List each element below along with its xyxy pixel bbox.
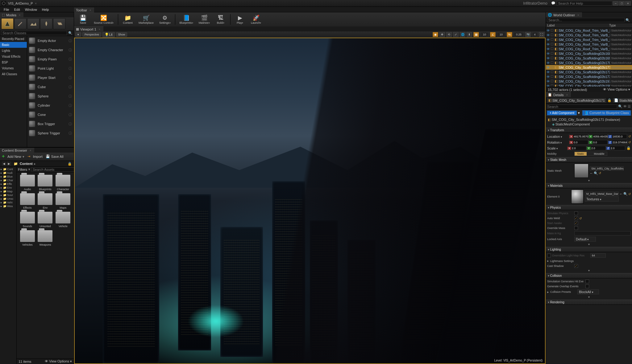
scale-mode-button[interactable]: ⤢ <box>453 32 459 37</box>
checkbox-icon[interactable]: ☐ <box>551 38 554 42</box>
tree-node[interactable]: ▸ 📁 Vehi <box>0 201 16 204</box>
outliner-row[interactable]: 👁☐◧SM_COG_City_Scaffolding02b168StaticMe… <box>546 51 632 56</box>
component-tree[interactable]: ◧ SM_COG_City_Scaffolding02b171 (Instanc… <box>546 117 632 128</box>
save-all-button[interactable]: 💾Save All <box>46 154 64 159</box>
asset-folder-vehicles[interactable]: Vehicles <box>19 230 36 246</box>
checkbox-icon[interactable]: ☐ <box>551 84 554 87</box>
reset-icon[interactable]: ↺ <box>628 141 631 144</box>
checkbox-icon[interactable]: ☐ <box>551 42 554 46</box>
class-search-input[interactable] <box>1 31 67 35</box>
outliner-col-type[interactable]: Type <box>609 24 631 27</box>
settings-button[interactable]: ⚙Settings▾ <box>157 14 173 25</box>
browse-icon[interactable]: ← <box>590 171 593 175</box>
tree-node[interactable]: ▸ 📁 Sour <box>0 193 16 197</box>
modes-tab[interactable]: ⬚Modes <box>0 12 23 17</box>
checkbox-icon[interactable]: ☐ <box>551 56 554 60</box>
nav-back-button[interactable]: ◄ <box>2 162 6 166</box>
toolbar-tab[interactable]: Toolbar <box>74 8 94 12</box>
grid-snap-button[interactable]: ▦ <box>473 32 479 37</box>
camera-speed-button[interactable]: 📷 <box>525 32 531 37</box>
tree-node[interactable]: ▸ 📁 Audi <box>0 171 16 175</box>
info-icon[interactable]: ⓘ <box>69 76 72 80</box>
source-tree[interactable]: ▸ 📁 Cont▸ 📁 Audi▸ 📁 Blue▸ 📁 Char▸ 📁 Effe… <box>0 167 17 364</box>
rendering-header[interactable]: Rendering <box>546 300 632 305</box>
tree-node[interactable]: ▸ 📁 Unsc <box>0 197 16 201</box>
menu-edit[interactable]: Edit <box>12 7 23 12</box>
checkbox-icon[interactable]: ☐ <box>551 61 554 65</box>
castshadow-checkbox[interactable] <box>574 264 578 268</box>
checkbox-icon[interactable]: ☐ <box>551 65 554 69</box>
reset-icon[interactable]: ↺ <box>599 171 601 175</box>
actor-box-trigger[interactable]: Box Triggerⓘ <box>27 119 74 129</box>
visibility-icon[interactable]: 👁 <box>547 56 550 60</box>
outliner-row[interactable]: 👁☐◧SM_COG_City_Scaffolding02b171StaticMe… <box>546 65 632 70</box>
content-button[interactable]: 📁Content <box>121 14 135 25</box>
menu-window[interactable]: Window <box>23 7 40 12</box>
mobility-selector[interactable]: Static Movable <box>574 152 607 156</box>
maximize-viewport-button[interactable]: ⛶ <box>539 32 544 37</box>
visibility-icon[interactable]: 👁 <box>547 75 550 79</box>
asset-folder-maps[interactable]: Maps <box>55 193 71 209</box>
visibility-icon[interactable]: 👁 <box>547 84 550 87</box>
import-button[interactable]: ⇥Import <box>27 154 43 159</box>
actor-empty-character[interactable]: Empty Characterⓘ <box>27 45 74 55</box>
collision-header[interactable]: Collision <box>546 273 632 278</box>
filters-dropdown[interactable]: Filters <box>18 168 27 171</box>
visibility-icon[interactable]: 👁 <box>547 61 550 65</box>
angle-snap-button[interactable]: ∠ <box>490 32 496 37</box>
tree-node[interactable]: ▸ 📁 Cont <box>0 167 16 171</box>
close-button[interactable]: × <box>625 1 631 6</box>
details-tab[interactable]: 📋Details <box>546 92 571 97</box>
actor-point-light[interactable]: Point Lightⓘ <box>27 64 74 73</box>
info-icon[interactable]: ⓘ <box>69 94 72 99</box>
convert-blueprint-button[interactable]: 📘 Convert to Blueprint Class <box>582 110 631 116</box>
asset-folder-character[interactable]: Character <box>55 175 71 191</box>
actor-sphere-trigger[interactable]: Sphere Triggerⓘ <box>27 129 74 138</box>
expand-icon[interactable]: ▾ <box>547 268 631 272</box>
outliner-list[interactable]: 👁☐◧SM_COG_City_Roof_Trim_VarB_Middle419S… <box>546 28 632 87</box>
checkbox-icon[interactable]: ☐ <box>551 75 554 79</box>
reset-icon[interactable]: ↺ <box>628 192 631 196</box>
outliner-row[interactable]: 👁☐◧SM_COG_City_Scaffolding02b173StaticMe… <box>546 74 632 79</box>
mesh-asset-dropdown[interactable]: SM_Infil1_City_Scaffolding02 <box>590 166 624 171</box>
visibility-icon[interactable]: 👁 <box>547 33 550 37</box>
checkbox-icon[interactable]: ☐ <box>551 47 554 51</box>
mobility-stationary[interactable] <box>587 152 592 156</box>
scale-lock-icon[interactable]: 🔒 <box>626 146 631 150</box>
category-basic[interactable]: Basic <box>0 42 27 48</box>
info-icon[interactable]: ⓘ <box>69 57 72 62</box>
info-icon[interactable]: ⓘ <box>69 39 72 43</box>
category-recently-placed[interactable]: Recently Placed <box>0 36 27 42</box>
browse-icon[interactable]: ← <box>619 192 623 196</box>
blueprints-button[interactable]: 📘Blueprints▾ <box>178 14 195 25</box>
info-icon[interactable]: ⓘ <box>69 112 72 117</box>
material-asset-dropdown[interactable]: M_Infil1_Metal_Base_Dark <box>585 192 619 196</box>
category-lights[interactable]: Lights <box>0 48 27 54</box>
tree-node[interactable]: ▸ 📁 Map <box>0 190 16 193</box>
show-dropdown[interactable]: Show <box>116 32 127 37</box>
native-class-chip[interactable]: 📄StaticMeshActor.h <box>613 98 632 103</box>
outliner-view-options[interactable]: 👁 View Options ▾ <box>603 88 630 92</box>
coord-space-button[interactable]: 🌐 <box>460 32 465 37</box>
asset-folder-blueprints[interactable]: Blueprints <box>37 175 54 191</box>
info-icon[interactable]: ⓘ <box>69 66 72 71</box>
outliner-row[interactable]: 👁☐◧SM_COG_City_Scaffolding02b197StaticMe… <box>546 79 632 84</box>
add-component-button[interactable]: + Add Component <box>547 111 577 115</box>
location-input[interactable]: X48175.95703 Y4059.464355 Z16530.0 <box>569 134 627 139</box>
filter-icon-2[interactable]: ☰ <box>628 104 631 109</box>
lock-icon[interactable]: 🔒 <box>607 98 612 102</box>
lock-icon[interactable]: 🔒 <box>68 162 72 166</box>
autoweld-checkbox[interactable] <box>574 216 578 220</box>
selected-actor-chip[interactable]: ◧SM_COG_City_Scaffolding02b171 <box>547 98 606 103</box>
lighting-header[interactable]: Lighting <box>546 247 632 252</box>
launch-button[interactable]: 🚀Launch▾ <box>249 14 263 25</box>
maximize-button[interactable]: □ <box>619 1 625 6</box>
mode-geometry-button[interactable] <box>53 18 65 29</box>
outliner-row[interactable]: 👁☐◧SM_COG_City_Roof_Trim_VarB_Middle457S… <box>546 37 632 42</box>
asset-folder-sounds[interactable]: Sounds <box>19 212 36 228</box>
lockedaxis-dropdown[interactable]: Default ▾ <box>574 237 596 242</box>
mode-place-button[interactable] <box>1 18 14 29</box>
actor-cylinder[interactable]: Cylinderⓘ <box>27 101 74 110</box>
add-new-button[interactable]: ✚Add New▾ <box>2 154 24 159</box>
find-icon[interactable]: 🔍 <box>594 171 598 175</box>
